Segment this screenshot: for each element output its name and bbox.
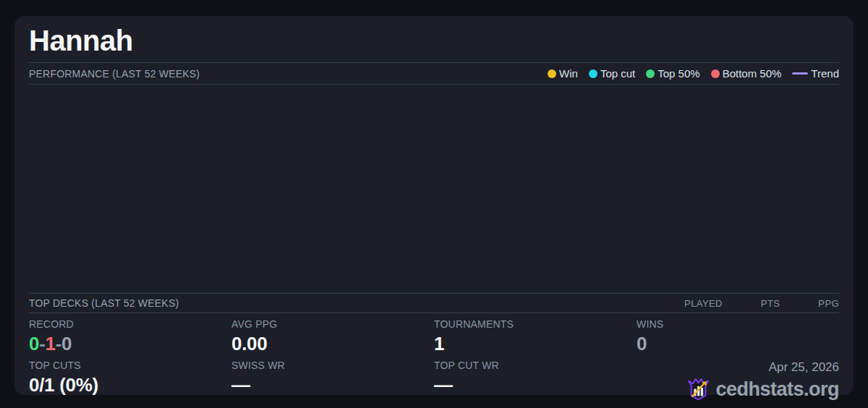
brand-name: cedhstats.org <box>715 378 839 400</box>
stat-top-cut-wr: TOP CUT WR — <box>434 360 637 401</box>
page-title: Hannah <box>29 16 839 62</box>
stat-record: RECORD 0-1-0 <box>29 318 231 360</box>
stat-label: AVG PPG <box>231 318 434 331</box>
swiss-wr-value: — <box>231 374 434 396</box>
record-value: 0-1-0 <box>29 333 231 355</box>
bottom-50-dot-icon <box>711 69 720 78</box>
record-draws: 0 <box>61 333 72 354</box>
legend-label: Trend <box>811 67 839 80</box>
top-cuts-value: 0/1 (0%) <box>29 374 231 396</box>
stat-wins: WINS 0 <box>637 318 839 360</box>
record-losses: 1 <box>46 333 56 354</box>
stat-swiss-wr: SWISS WR — <box>231 360 434 401</box>
performance-header-strip: PERFORMANCE (LAST 52 WEEKS) Win Top cut … <box>29 62 839 85</box>
player-stats-card: Hannah PERFORMANCE (LAST 52 WEEKS) Win T… <box>14 16 854 395</box>
chart-legend: Win Top cut Top 50% Bottom 50% Trend <box>548 67 839 80</box>
record-separator: - <box>56 333 61 354</box>
column-header-played: PLAYED <box>684 298 723 309</box>
legend-item-top-cut[interactable]: Top cut <box>589 67 635 80</box>
column-header-ppg: PPG <box>818 298 839 309</box>
top-decks-header-strip: TOP DECKS (LAST 52 WEEKS) PLAYED PTS PPG <box>29 293 839 313</box>
stat-label: RECORD <box>29 318 231 331</box>
avg-ppg-value: 0.00 <box>231 333 434 355</box>
legend-item-top-50[interactable]: Top 50% <box>646 67 699 80</box>
performance-chart-area <box>29 85 839 293</box>
stat-label: TOP CUT WR <box>434 360 637 372</box>
column-header-pts: PTS <box>761 298 780 309</box>
stat-label: TOP CUTS <box>29 360 231 372</box>
legend-label: Win <box>559 67 578 80</box>
legend-item-bottom-50[interactable]: Bottom 50% <box>711 67 782 80</box>
top-cut-wr-value: — <box>434 374 637 396</box>
stat-label: SWISS WR <box>231 360 434 372</box>
record-separator: - <box>39 333 45 354</box>
legend-label: Bottom 50% <box>723 67 782 80</box>
legend-label: Top 50% <box>658 67 699 80</box>
record-wins: 0 <box>29 333 39 354</box>
top-decks-column-headers: PLAYED PTS PPG <box>684 298 839 309</box>
stats-grid: RECORD 0-1-0 AVG PPG 0.00 TOURNAMENTS 1 … <box>29 313 839 401</box>
tournaments-value: 1 <box>434 333 637 355</box>
stat-tournaments: TOURNAMENTS 1 <box>434 318 637 360</box>
stat-label: WINS <box>637 318 839 331</box>
stat-avg-ppg: AVG PPG 0.00 <box>231 318 434 360</box>
top-decks-heading: TOP DECKS (LAST 52 WEEKS) <box>29 297 179 309</box>
win-dot-icon <box>548 69 556 78</box>
brand-link[interactable]: cedhstats.org <box>686 377 839 401</box>
top-50-dot-icon <box>646 69 655 78</box>
legend-label: Top cut <box>600 67 635 80</box>
footer: Apr 25, 2026 cedhstats.org <box>637 360 839 401</box>
wins-value: 0 <box>637 333 839 355</box>
top-cut-dot-icon <box>589 69 597 78</box>
trend-line-icon <box>792 72 808 75</box>
stat-label: TOURNAMENTS <box>434 318 637 331</box>
cedhstats-logo-icon <box>686 377 710 401</box>
legend-item-win[interactable]: Win <box>548 67 578 80</box>
card-date: Apr 25, 2026 <box>769 361 839 373</box>
performance-heading: PERFORMANCE (LAST 52 WEEKS) <box>29 68 200 80</box>
legend-item-trend[interactable]: Trend <box>792 67 839 80</box>
stat-top-cuts: TOP CUTS 0/1 (0%) <box>29 360 231 401</box>
